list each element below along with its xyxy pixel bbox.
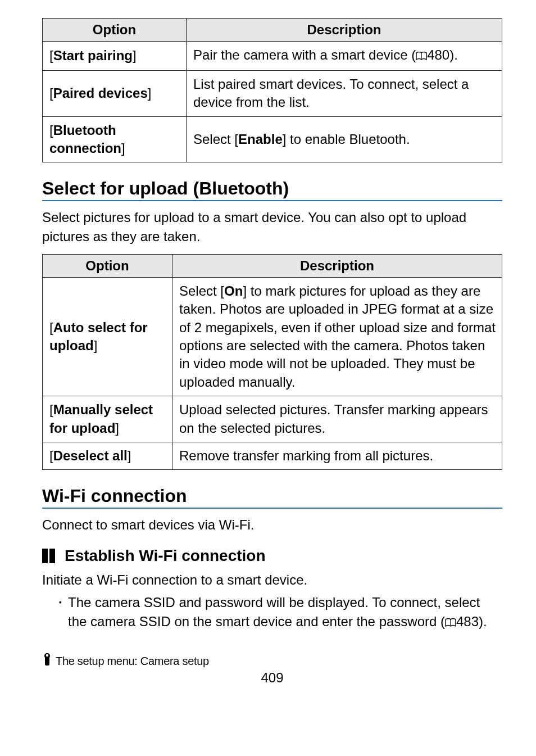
pairing-options-table: Option Description [Start pairing] Pair …: [42, 18, 502, 162]
desc-text: Select [: [179, 283, 224, 298]
table-row: [Auto select for upload] Select [On] to …: [43, 277, 502, 396]
page-ref-number: 483: [456, 614, 479, 629]
upload-options-table: Option Description [Auto select for uplo…: [42, 254, 502, 470]
section-lead: Connect to smart devices via Wi-Fi.: [42, 515, 502, 535]
option-label: Deselect all: [53, 448, 128, 463]
bracket-close: ]: [128, 448, 131, 463]
footer-breadcrumb: The setup menu: Camera setup: [42, 653, 502, 669]
desc-bold: On: [224, 283, 243, 298]
bracket-open: [: [49, 123, 53, 138]
table-row: [Deselect all] Remove transfer marking f…: [43, 442, 502, 470]
desc-text-tail: ] to mark pictures for upload as they ar…: [179, 283, 496, 390]
section-lead: Select pictures for upload to a smart de…: [42, 208, 502, 246]
table-row: [Start pairing] Pair the camera with a s…: [43, 42, 502, 70]
option-label: Manually select for upload: [49, 402, 153, 435]
section-marker-icon: [42, 549, 57, 563]
bracket-open: [: [49, 85, 53, 101]
option-label: Auto select for upload: [49, 320, 148, 353]
bracket-close: ]: [115, 420, 119, 436]
section-title-wifi-connection: Wi-Fi connection: [42, 486, 502, 509]
table-row: [Bluetooth connection] Select [Enable] t…: [43, 116, 502, 162]
option-cell-paired-devices: [Paired devices]: [43, 70, 187, 116]
bracket-close: ]: [148, 85, 152, 101]
bracket-open: [: [49, 448, 53, 463]
list-item: The camera SSID and password will be dis…: [57, 593, 502, 633]
page-ref-number: 480: [427, 47, 449, 62]
desc-text-tail: ] to enable Bluetooth.: [283, 132, 410, 147]
page-ref-icon: [445, 613, 456, 633]
footer-label: The setup menu: Camera setup: [56, 655, 209, 668]
description-cell: List paired smart devices. To connect, s…: [187, 70, 502, 116]
bracket-close: ]: [94, 338, 98, 353]
table-header-option: Option: [43, 254, 172, 277]
page-number: 409: [42, 670, 502, 686]
option-cell-start-pairing: [Start pairing]: [43, 42, 187, 70]
desc-text: Select [: [193, 132, 238, 147]
description-cell: Select [On] to mark pictures for upload …: [172, 277, 502, 396]
desc-text-tail: ).: [449, 47, 458, 62]
setup-menu-icon: [42, 653, 52, 669]
description-cell: Remove transfer marking from all picture…: [172, 442, 502, 470]
option-label: Bluetooth connection: [49, 123, 121, 156]
bracket-close: ]: [121, 141, 125, 156]
bracket-open: [: [49, 48, 53, 63]
table-header-description: Description: [172, 254, 502, 277]
table-header-option: Option: [43, 19, 187, 42]
table-row: [Manually select for upload] Upload sele…: [43, 396, 502, 442]
bracket-close: ]: [133, 48, 137, 63]
option-cell-auto-select: [Auto select for upload]: [43, 277, 172, 396]
bracket-open: [: [49, 402, 53, 417]
desc-text: Pair the camera with a smart device (: [193, 47, 416, 62]
bullet-text-tail: ).: [479, 614, 487, 629]
option-cell-bluetooth-connection: [Bluetooth connection]: [43, 116, 187, 162]
subsection-title-establish-wifi: Establish Wi-Fi connection: [42, 547, 502, 565]
section-title-select-for-upload: Select for upload (Bluetooth): [42, 178, 502, 201]
svg-point-2: [46, 654, 48, 657]
table-header-description: Description: [187, 19, 502, 42]
description-cell: Upload selected pictures. Transfer marki…: [172, 396, 502, 442]
description-cell: Select [Enable] to enable Bluetooth.: [187, 116, 502, 162]
option-cell-manually-select: [Manually select for upload]: [43, 396, 172, 442]
subsection-lead: Initiate a Wi-Fi connection to a smart d…: [42, 571, 502, 590]
subsection-label: Establish Wi-Fi connection: [65, 547, 266, 565]
option-cell-deselect-all: [Deselect all]: [43, 442, 172, 470]
table-row: [Paired devices] List paired smart devic…: [43, 70, 502, 116]
bracket-open: [: [49, 320, 53, 335]
desc-bold: Enable: [238, 132, 283, 147]
description-cell: Pair the camera with a smart device (480…: [187, 42, 502, 70]
page-ref-icon: [416, 47, 427, 65]
option-label: Start pairing: [53, 48, 133, 63]
bullet-text: The camera SSID and password will be dis…: [68, 595, 480, 630]
option-label: Paired devices: [53, 85, 148, 101]
